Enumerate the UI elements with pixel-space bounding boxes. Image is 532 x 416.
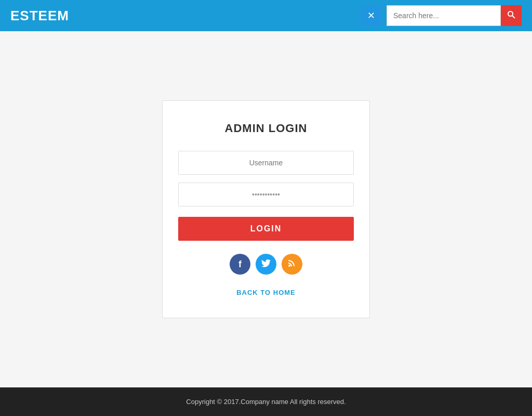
twitter-logo xyxy=(261,259,271,270)
svg-point-0 xyxy=(508,11,513,16)
rss-logo xyxy=(288,259,296,270)
copyright-text: Copyright © 2017.Company name All rights… xyxy=(186,398,345,406)
login-form: LOGIN xyxy=(178,151,354,254)
search-container xyxy=(387,5,522,26)
password-input[interactable] xyxy=(178,183,354,206)
twitter-icon[interactable] xyxy=(256,254,276,275)
close-icon: ✕ xyxy=(367,10,375,21)
facebook-logo: f xyxy=(238,259,242,270)
header-icon-button[interactable]: ✕ xyxy=(361,5,381,26)
login-button[interactable]: LOGIN xyxy=(178,217,354,241)
username-input[interactable] xyxy=(178,151,354,175)
footer: Copyright © 2017.Company name All rights… xyxy=(0,387,532,416)
search-button[interactable] xyxy=(501,5,522,26)
search-input[interactable] xyxy=(387,5,501,26)
logo[interactable]: ESTEEM xyxy=(10,8,69,24)
facebook-icon[interactable]: f xyxy=(230,254,250,275)
header: ESTEEM ✕ xyxy=(0,0,532,31)
search-icon xyxy=(507,10,515,21)
password-group xyxy=(178,183,354,206)
login-title: ADMIN LOGIN xyxy=(178,122,354,135)
header-right: ✕ xyxy=(361,5,522,26)
rss-icon[interactable] xyxy=(282,254,302,275)
main-content: ADMIN LOGIN LOGIN f xyxy=(0,31,532,387)
svg-point-2 xyxy=(288,265,290,267)
social-icons: f xyxy=(178,254,354,275)
login-card: ADMIN LOGIN LOGIN f xyxy=(162,100,370,318)
back-to-home-link[interactable]: BACK TO HOME xyxy=(236,289,296,296)
svg-line-1 xyxy=(512,16,515,18)
username-group xyxy=(178,151,354,175)
